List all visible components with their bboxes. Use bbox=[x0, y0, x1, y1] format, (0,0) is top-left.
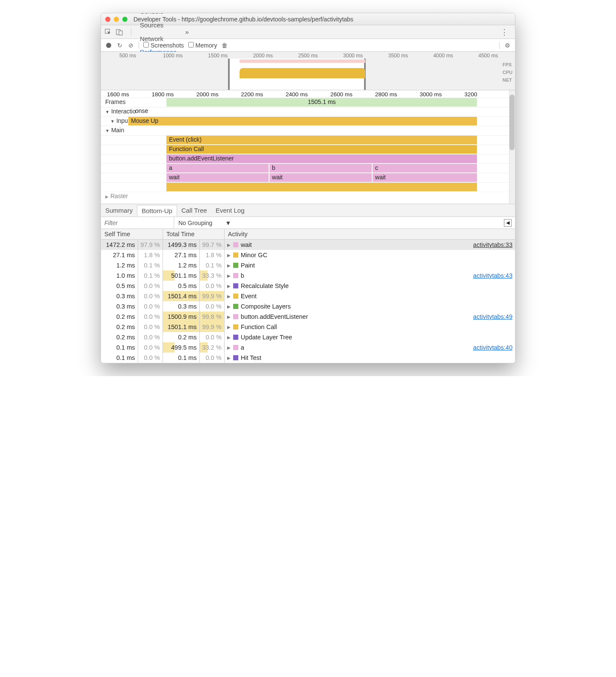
source-link[interactable]: activitytabs:49 bbox=[473, 313, 512, 320]
clear-icon[interactable]: ⊘ bbox=[127, 42, 134, 49]
chevron-right-icon[interactable]: ▶ bbox=[227, 325, 231, 330]
overview-strip[interactable]: 500 ms1000 ms1500 ms2000 ms2500 ms3000 m… bbox=[101, 52, 515, 90]
chevron-right-icon[interactable]: ▶ bbox=[227, 315, 231, 319]
source-link[interactable]: activitytabs:40 bbox=[473, 344, 512, 351]
reload-icon[interactable]: ↻ bbox=[116, 42, 123, 49]
chevron-right-icon[interactable]: ▶ bbox=[227, 284, 231, 288]
inspect-icon[interactable] bbox=[104, 28, 112, 36]
frame-bar[interactable]: 1505.1 ms bbox=[166, 98, 477, 107]
table-row[interactable]: 0.1 ms0.0 %0.1 ms0.0 %▶Hit Test bbox=[101, 353, 515, 363]
main-label[interactable]: ▼Main bbox=[101, 126, 136, 135]
col-self-time[interactable]: Self Time bbox=[101, 229, 163, 240]
table-row[interactable]: 0.1 ms0.0 %499.5 ms33.2 %▶aactivitytabs:… bbox=[101, 342, 515, 353]
col-total-time[interactable]: Total Time bbox=[163, 229, 224, 240]
fps-label: FPS bbox=[503, 62, 512, 67]
input-bar[interactable]: Mouse Up bbox=[128, 117, 477, 125]
activity-name: Minor GC bbox=[241, 252, 267, 258]
table-row[interactable]: 0.2 ms0.0 %0.2 ms0.0 %▶Update Layer Tree bbox=[101, 332, 515, 342]
source-link[interactable]: activitytabs:33 bbox=[473, 241, 512, 248]
memory-label: Memory bbox=[195, 42, 217, 49]
table-row[interactable]: 0.3 ms0.0 %0.3 ms0.0 %▶Composite Layers bbox=[101, 301, 515, 312]
record-icon[interactable] bbox=[105, 42, 112, 49]
flame-bar[interactable]: wait bbox=[373, 173, 477, 182]
memory-toggle[interactable]: Memory bbox=[188, 42, 217, 49]
close-icon[interactable] bbox=[105, 17, 110, 22]
device-icon[interactable] bbox=[116, 28, 123, 36]
flame-bar[interactable]: a bbox=[166, 164, 269, 172]
activity-name: Composite Layers bbox=[241, 303, 291, 310]
flame-bar[interactable] bbox=[166, 183, 477, 191]
chevron-right-icon: ▶ bbox=[105, 194, 109, 199]
interactions-track: ▼Interactions onse bbox=[101, 107, 515, 116]
flame-bar[interactable]: button.addEventListener bbox=[166, 154, 477, 163]
flame-bar[interactable]: Function Call bbox=[166, 145, 477, 154]
cpu-label: CPU bbox=[503, 70, 512, 75]
activity-swatch bbox=[233, 324, 238, 330]
interactions-label[interactable]: ▼Interactions bbox=[101, 107, 136, 116]
table-row[interactable]: 0.3 ms0.0 %1501.4 ms99.9 %▶Event bbox=[101, 291, 515, 301]
table-row[interactable]: 0.2 ms0.0 %1501.1 ms99.9 %▶Function Call bbox=[101, 322, 515, 332]
subtab-call-tree[interactable]: Call Tree bbox=[177, 205, 211, 216]
col-activity[interactable]: Activity bbox=[224, 229, 515, 240]
scrollbar-thumb[interactable] bbox=[509, 95, 515, 150]
activity-swatch bbox=[233, 345, 238, 350]
tab-sources[interactable]: Sources bbox=[136, 18, 181, 32]
chevron-right-icon[interactable]: ▶ bbox=[227, 345, 231, 350]
table-row[interactable]: 1472.2 ms97.9 %1499.3 ms99.7 %▶waitactiv… bbox=[101, 240, 515, 250]
filter-bar: No Grouping ▼ ◀ bbox=[101, 217, 515, 229]
activity-swatch bbox=[233, 294, 238, 299]
activity-name: a bbox=[241, 344, 244, 351]
net-label: NET bbox=[503, 77, 512, 83]
table-row[interactable]: 1.2 ms0.1 %1.2 ms0.1 %▶Paint bbox=[101, 260, 515, 270]
flame-scrollbar[interactable] bbox=[509, 90, 515, 204]
zoom-icon[interactable] bbox=[122, 17, 127, 22]
chevron-right-icon[interactable]: ▶ bbox=[227, 294, 231, 299]
subtab-event-log[interactable]: Event Log bbox=[211, 205, 249, 216]
flame-chart[interactable]: 1600 ms1800 ms2000 ms2200 ms2400 ms2600 … bbox=[101, 90, 515, 204]
main-track-header: ▼Main bbox=[101, 126, 515, 135]
grouping-select[interactable]: No Grouping ▼ bbox=[174, 220, 235, 226]
input-track: ▼Input Mouse Up bbox=[101, 116, 515, 126]
kebab-icon[interactable]: ⋮ bbox=[500, 28, 508, 36]
chevron-right-icon[interactable]: ▶ bbox=[227, 253, 231, 258]
chevron-down-icon: ▼ bbox=[105, 110, 110, 114]
flame-bar[interactable]: b bbox=[270, 164, 372, 172]
traffic-lights bbox=[105, 17, 127, 22]
table-row[interactable]: 0.2 ms0.0 %1500.9 ms99.8 %▶button.addEve… bbox=[101, 312, 515, 322]
table-row[interactable]: 0.5 ms0.0 %0.5 ms0.0 %▶Recalculate Style bbox=[101, 281, 515, 291]
source-link[interactable]: activitytabs:43 bbox=[473, 272, 512, 279]
table-row[interactable]: 27.1 ms1.8 %27.1 ms1.8 %▶Minor GC bbox=[101, 250, 515, 260]
overview-frames-bar bbox=[240, 59, 365, 63]
chevron-right-icon[interactable]: ▶ bbox=[227, 263, 231, 268]
screenshots-label: Screenshots bbox=[151, 42, 184, 49]
subtab-summary[interactable]: Summary bbox=[101, 205, 137, 216]
flame-bar[interactable]: wait bbox=[270, 173, 372, 182]
table-row[interactable]: 1.0 ms0.1 %501.1 ms33.3 %▶bactivitytabs:… bbox=[101, 270, 515, 281]
raster-label[interactable]: ▶Raster bbox=[101, 192, 136, 201]
tab-more[interactable]: » bbox=[181, 25, 193, 39]
activity-name: Paint bbox=[241, 262, 255, 269]
activity-swatch bbox=[233, 252, 238, 258]
activity-name: b bbox=[241, 272, 244, 279]
screenshots-toggle[interactable]: Screenshots bbox=[143, 42, 184, 49]
subtab-bottom-up[interactable]: Bottom-Up bbox=[137, 205, 177, 217]
svg-rect-2 bbox=[119, 31, 122, 35]
tab-console[interactable]: Console bbox=[136, 13, 181, 18]
flame-bar[interactable]: wait bbox=[166, 173, 269, 182]
flame-bar[interactable]: Event (click) bbox=[166, 136, 477, 144]
frames-track: Frames 1505.1 ms bbox=[101, 98, 515, 107]
separator bbox=[131, 28, 131, 36]
devtools-window: Developer Tools - https://googlechrome.g… bbox=[101, 13, 515, 363]
flame-bar[interactable]: c bbox=[373, 164, 477, 172]
minimize-icon[interactable] bbox=[114, 17, 119, 22]
separator bbox=[499, 42, 500, 49]
gear-icon[interactable]: ⚙ bbox=[504, 42, 511, 49]
chevron-right-icon[interactable]: ▶ bbox=[227, 335, 231, 340]
filter-input[interactable] bbox=[101, 218, 174, 228]
chevron-right-icon[interactable]: ▶ bbox=[227, 243, 231, 247]
chevron-right-icon[interactable]: ▶ bbox=[227, 304, 231, 309]
trash-icon[interactable]: 🗑 bbox=[221, 42, 228, 49]
chevron-right-icon[interactable]: ▶ bbox=[227, 273, 231, 278]
show-heaviest-stack-icon[interactable]: ◀ bbox=[504, 219, 512, 227]
chevron-right-icon[interactable]: ▶ bbox=[227, 356, 231, 360]
